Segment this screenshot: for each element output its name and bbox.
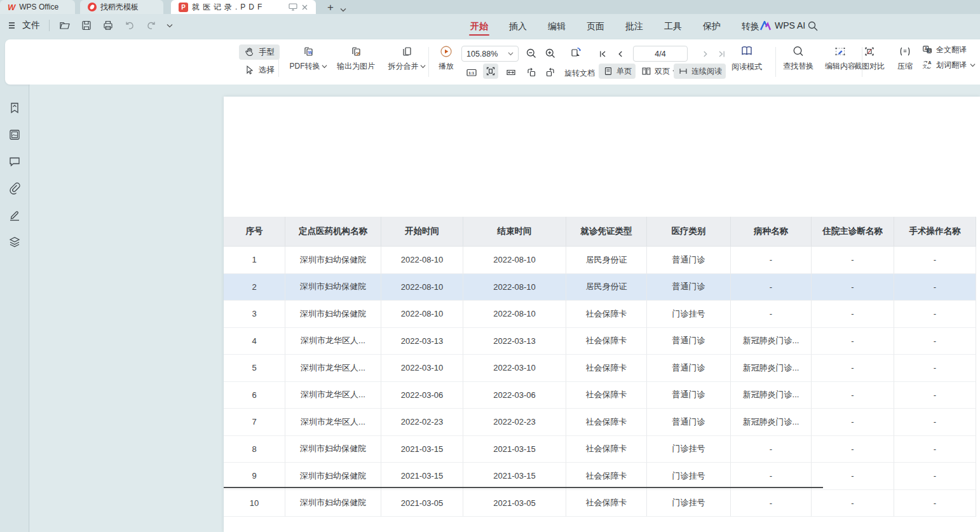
svg-text:文: 文 (923, 64, 927, 69)
menu-item[interactable]: 插入 (508, 15, 528, 38)
zoom-out-button[interactable] (524, 46, 539, 61)
comment-icon[interactable] (8, 154, 22, 168)
page-number-input[interactable] (633, 46, 688, 62)
table-cell: 7 (224, 409, 285, 436)
pdf-file-icon: P (179, 3, 188, 12)
tab-document-pdf[interactable]: P 就医记录.PDF (171, 0, 316, 14)
thumbnail-icon[interactable] (8, 128, 22, 142)
rotate-document-button[interactable]: 旋转文档 (564, 68, 595, 79)
edit-content-icon (833, 44, 847, 58)
menu-item[interactable]: 保护 (702, 15, 722, 38)
signature-icon[interactable] (8, 208, 22, 222)
close-icon[interactable] (301, 4, 308, 11)
table-cell: - (812, 274, 894, 301)
menu-item[interactable]: 编辑 (547, 15, 567, 38)
zoom-in-icon (544, 47, 557, 60)
screenshot-compare-button[interactable]: 截图对比 (849, 44, 890, 72)
chevron-down-icon (420, 64, 426, 69)
chevron-down-icon[interactable] (167, 24, 173, 28)
one-to-one-icon: 1:1 (465, 66, 478, 79)
replace-page-button[interactable] (568, 44, 583, 60)
actual-size-button[interactable]: 1:1 (464, 65, 479, 80)
print-icon[interactable] (102, 19, 114, 32)
table-cell: - (812, 463, 894, 490)
menu-items: 开始插入编辑页面批注工具保护转换 (469, 14, 761, 39)
svg-text:A: A (928, 60, 931, 65)
play-button[interactable]: 播放 (432, 44, 460, 72)
table-cell: - (894, 436, 976, 463)
document-viewport[interactable]: 序号定点医药机构名称开始时间结束时间就诊凭证类型医疗类别病种名称住院主诊断名称手… (30, 85, 980, 532)
table-cell: 9 (224, 463, 285, 490)
table-cell: 社会保障卡 (566, 463, 647, 490)
table-header-cell: 医疗类别 (647, 217, 731, 247)
pdf-convert-button[interactable]: W PDF转换 (283, 44, 333, 72)
table-bottom-border (224, 487, 823, 488)
first-page-button[interactable] (595, 46, 610, 62)
tab-list-chevron-icon[interactable] (340, 8, 346, 12)
bookmark-icon[interactable] (8, 101, 22, 115)
tab-docer-templates[interactable]: 找稻壳模板 (80, 0, 163, 14)
find-replace-button[interactable]: 查找替换 (779, 44, 817, 72)
continuous-reading-label: 连续阅读 (691, 66, 722, 77)
full-translate-label: 全文翻译 (936, 44, 967, 55)
zoom-level-select[interactable]: 105.88% (461, 46, 519, 62)
menu-item[interactable]: 页面 (585, 15, 606, 38)
table-cell: 居民身份证 (566, 274, 647, 301)
word-translate-button[interactable]: 文A 划词翻译 (922, 59, 976, 71)
docer-icon (88, 3, 97, 11)
single-page-button[interactable]: 单页 (599, 64, 636, 79)
fit-width-button[interactable] (503, 65, 519, 80)
file-menu-label: 文件 (22, 20, 40, 31)
export-image-button[interactable]: 输出为图片 (332, 44, 380, 72)
search-icon[interactable] (807, 20, 819, 32)
table-header-cell: 定点医药机构名称 (285, 217, 381, 247)
table-cell: 门诊挂号 (647, 490, 731, 517)
read-mode-button[interactable]: 阅读模式 (728, 44, 765, 72)
tab-wps-office[interactable]: W WPS Office (0, 0, 75, 14)
redo-icon[interactable] (145, 19, 158, 32)
table-cell: - (894, 409, 976, 436)
save-icon[interactable] (80, 19, 93, 32)
last-page-button[interactable] (714, 46, 730, 62)
table-header-cell: 病种名称 (731, 217, 812, 247)
table-cell: 2022-02-23 (381, 409, 463, 436)
table-cell: - (731, 490, 812, 517)
rotate-right-button[interactable] (543, 65, 558, 80)
table-cell: 2022-08-10 (463, 247, 566, 274)
wps-ai-menu[interactable]: WPS AI (760, 20, 805, 31)
split-merge-button[interactable]: 拆分合并 (381, 44, 432, 72)
select-tool-label: 选择 (259, 65, 275, 76)
table-cell: 2021-03-15 (381, 463, 463, 490)
menu-item[interactable]: 批注 (624, 15, 644, 38)
fit-page-button[interactable] (483, 64, 498, 79)
menu-item[interactable]: 工具 (663, 15, 683, 38)
hand-tool-label: 手型 (259, 47, 275, 58)
book-icon (740, 44, 754, 58)
table-cell: 2021-03-15 (381, 436, 463, 463)
table-row: 4 深圳市龙华区人... 2022-03-13 2022-03-13 社会保障卡… (224, 328, 976, 355)
next-page-button[interactable] (698, 46, 713, 62)
table-cell: 普通门诊 (647, 382, 731, 409)
menu-item[interactable]: 转换 (740, 15, 761, 38)
hand-tool-button[interactable]: 手型 (239, 44, 280, 60)
table-row: 8 深圳市妇幼保健院 2021-03-15 2021-03-15 社会保障卡 门… (224, 436, 976, 463)
zoom-in-button[interactable] (543, 46, 558, 61)
rotate-left-button[interactable] (524, 65, 539, 80)
table-cell: 社会保障卡 (566, 301, 647, 328)
undo-icon[interactable] (123, 19, 136, 32)
open-folder-icon[interactable] (58, 19, 71, 32)
full-translate-button[interactable]: A文 全文翻译 (922, 44, 976, 55)
compress-button[interactable]: 压缩 (892, 44, 918, 72)
attachment-icon[interactable] (8, 181, 22, 195)
rotate-left-icon (525, 66, 538, 79)
layers-icon[interactable] (8, 235, 22, 249)
table-cell: 门诊挂号 (647, 463, 731, 490)
menu-item[interactable]: 开始 (469, 15, 489, 38)
next-page-icon (700, 48, 711, 60)
file-menu-button[interactable]: 文件 (6, 19, 40, 32)
continuous-reading-button[interactable]: 连续阅读 (674, 64, 726, 79)
new-tab-button[interactable]: + (327, 2, 334, 13)
prev-page-button[interactable] (613, 46, 628, 62)
select-tool-button[interactable]: 选择 (239, 62, 280, 78)
monitor-icon[interactable] (289, 3, 297, 11)
